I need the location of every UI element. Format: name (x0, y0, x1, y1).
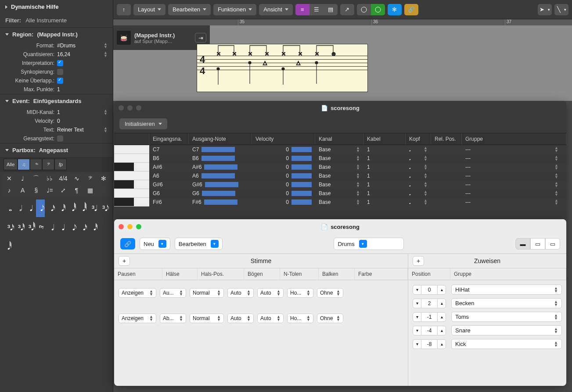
piano-key[interactable] (114, 163, 149, 171)
velocity-cell[interactable]: 0 (252, 164, 315, 170)
channel-cell[interactable]: Base▲▼ (315, 190, 363, 196)
cable-cell[interactable]: 1 (363, 155, 406, 161)
density-compact[interactable]: ▬ (515, 238, 530, 249)
note-triplet[interactable]: ³𝅘𝅥𝅮 (99, 200, 108, 217)
staffstyle-titlebar[interactable]: 📄 scoresong (114, 219, 566, 234)
note-triplet[interactable]: ³𝅘𝅥𝅯 (4, 219, 13, 236)
col-velocity[interactable]: Velocity (252, 133, 315, 145)
input-note[interactable]: G#6 (149, 182, 189, 188)
mapping-row[interactable]: A#6A#6 0Base▲▼1𝅘▲▼---▲▼ (114, 163, 566, 171)
channel-cell[interactable]: Base▲▼ (315, 164, 363, 170)
col-relpos[interactable]: Rel. Pos. (431, 133, 462, 145)
partbox-symbol[interactable]: ♩= (43, 185, 56, 196)
mapping-row[interactable]: C7C7 0Base▲▼1𝅘▲▼---▲▼ (114, 145, 566, 154)
event-text-row[interactable]: Text:Reiner Text▲▼ (0, 125, 113, 134)
note-triplet[interactable]: ³𝅘𝅥𝅰 (15, 219, 24, 236)
note-half[interactable]: 𝅗𝅥 (15, 200, 24, 217)
partbox-section-head[interactable]: Partbox: Angepasst (0, 143, 113, 157)
note-dotted[interactable]: 𝅗𝅥. (48, 219, 57, 236)
partbox-symbol[interactable]: § (30, 185, 43, 196)
partbox-symbol[interactable]: 𝄢 (84, 173, 97, 184)
position-spinner[interactable]: ▾0▴ (413, 285, 446, 295)
output-note[interactable]: A#6 (189, 164, 252, 170)
view-menu[interactable]: Ansicht (259, 4, 293, 15)
cable-cell[interactable]: 1 (363, 146, 406, 153)
link-button[interactable]: 🔗 (404, 4, 418, 15)
note-dotted[interactable]: 𝅘𝅥. (59, 219, 68, 236)
cable-cell[interactable]: 1 (363, 173, 406, 179)
pointer-tool[interactable]: ➤▾ (538, 4, 552, 15)
col-head[interactable]: Kopf (406, 133, 431, 145)
head-cell[interactable]: 𝅘▲▼ (406, 146, 431, 153)
density-full[interactable]: ▭ (545, 238, 560, 249)
note-dotted[interactable]: 𝅘𝅥𝅰. (90, 219, 99, 236)
partbox-symbol[interactable]: ¶ (70, 185, 83, 196)
note-quarter[interactable]: 𝅘𝅥 (25, 200, 34, 217)
head-cell[interactable]: 𝅘▲▼ (406, 182, 431, 188)
note-dotted[interactable]: 𝅘𝅥𝅯. (80, 219, 89, 236)
midi-in-button[interactable]: ↗ (340, 4, 354, 15)
col-farbe[interactable]: Farbe (355, 268, 408, 280)
position-spinner[interactable]: ▾-1▴ (413, 312, 446, 322)
add-assign-button[interactable]: + (413, 256, 424, 266)
channel-cell[interactable]: Base▲▼ (315, 182, 363, 188)
partbox-symbol[interactable]: ⤢ (57, 185, 70, 196)
region-maxpoints-row[interactable]: Max. Punkte:1 (0, 85, 113, 94)
output-note[interactable]: B6 (189, 155, 252, 161)
color-toggle-2[interactable] (371, 4, 385, 15)
voice-dropdown[interactable]: Ho...▲▼ (287, 314, 313, 323)
note-32nd[interactable]: 𝅘𝅥𝅰 (57, 200, 66, 217)
group-cell[interactable]: ---▲▼ (462, 173, 566, 179)
velocity-cell[interactable]: 0 (252, 199, 315, 205)
tool-button[interactable]: ✻ (388, 4, 402, 15)
col-group[interactable]: Gruppe (462, 133, 566, 145)
note-128th[interactable]: 𝅘𝅥𝅲 (78, 200, 87, 217)
note-dotted[interactable]: 𝅘𝅥𝅮. (69, 219, 78, 236)
partbox-tab-dynamics[interactable]: fp (54, 159, 67, 170)
cable-cell[interactable]: 1 (363, 182, 406, 188)
partbox-symbol[interactable]: ♩ (16, 173, 29, 184)
partbox-symbol[interactable]: 4/4 (57, 173, 70, 184)
col-input[interactable]: Eingangsna. (149, 133, 189, 145)
channel-cell[interactable]: Base▲▼ (315, 155, 363, 161)
note-64th[interactable]: 𝅘𝅥𝅱 (68, 200, 76, 217)
piano-key[interactable] (114, 180, 149, 189)
velocity-cell[interactable]: 0 (252, 190, 315, 196)
voice-dropdown[interactable]: Anzeigen▲▼ (119, 314, 156, 323)
close-icon[interactable] (119, 105, 124, 110)
cable-cell[interactable]: 1 (363, 164, 406, 170)
piano-key[interactable] (114, 154, 149, 163)
color-toggle-1[interactable] (357, 4, 371, 15)
output-note[interactable]: G#6 (189, 182, 252, 188)
group-select[interactable]: Snare▲▼ (451, 325, 562, 335)
region-section-head[interactable]: Region: (Mapped Instr.) (0, 27, 113, 41)
cable-cell[interactable]: 1 (363, 199, 406, 205)
output-note[interactable]: A6 (189, 173, 252, 179)
col-channel[interactable]: Kanal (315, 133, 363, 145)
velocity-cell[interactable]: 0 (252, 155, 315, 161)
voice-dropdown[interactable]: Auto▲▼ (257, 314, 284, 323)
edit-menu[interactable]: Bearbeiten▾ (175, 238, 223, 250)
linear-view-button[interactable]: ≡ (295, 4, 309, 15)
event-midi-row[interactable]: MIDI-Kanal:1▲▼ (0, 108, 113, 117)
head-cell[interactable]: 𝅘▲▼ (406, 164, 431, 170)
voice-dropdown[interactable]: Auto▲▼ (227, 288, 254, 298)
functions-menu[interactable]: Funktionen (213, 4, 256, 15)
syncopation-checkbox[interactable] (57, 69, 63, 75)
group-select[interactable]: Kick▲▼ (451, 339, 562, 349)
event-velocity-row[interactable]: Velocity:0 (0, 117, 113, 125)
output-note[interactable]: G6 (189, 190, 252, 196)
channel-cell[interactable]: Base▲▼ (315, 199, 363, 205)
partbox-symbol[interactable]: ▦ (84, 185, 97, 196)
channel-cell[interactable]: Base▲▼ (315, 146, 363, 153)
partbox-symbol[interactable]: ∿ (70, 173, 83, 184)
note-triplet[interactable]: ³𝅘𝅥 (89, 200, 97, 217)
col-ntolen[interactable]: N-Tolen (280, 268, 319, 280)
output-note[interactable]: F#6 (189, 199, 252, 205)
voice-dropdown[interactable]: Normal▲▼ (190, 314, 224, 323)
zoom-icon[interactable] (136, 105, 141, 110)
mapping-row[interactable]: F#6F#6 0Base▲▼1𝅘▲▼---▲▼ (114, 198, 566, 207)
channel-cell[interactable]: Base▲▼ (315, 173, 363, 179)
density-medium[interactable]: ▭ (530, 238, 545, 249)
velocity-cell[interactable]: 0 (252, 173, 315, 179)
